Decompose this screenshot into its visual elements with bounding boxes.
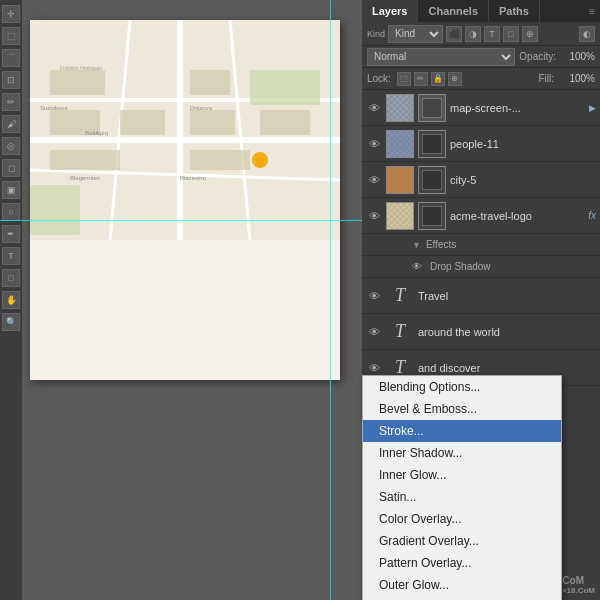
- filter-shape-btn[interactable]: □: [503, 26, 519, 42]
- layer-name: acme-travel-logo: [450, 210, 584, 222]
- lock-fill-row: Lock: ⬚ ✏ 🔒 ⊕ Fill: 100%: [362, 68, 600, 90]
- context-menu-item[interactable]: Inner Shadow...: [363, 442, 561, 464]
- canvas-document: Boáikpiq Blagenniso Biacevino Suziokova …: [30, 20, 340, 380]
- filter-smart-btn[interactable]: ⊕: [522, 26, 538, 42]
- zoom-tool[interactable]: 🔍: [2, 313, 20, 331]
- svg-text:Biacevino: Biacevino: [180, 175, 207, 181]
- tab-paths[interactable]: Paths: [489, 0, 540, 22]
- svg-text:Drtizova: Drtizova: [190, 105, 213, 111]
- tab-layers[interactable]: Layers: [362, 0, 418, 22]
- context-menu-item[interactable]: Blending Options...: [363, 376, 561, 398]
- layer-visibility-toggle[interactable]: 👁: [366, 100, 382, 116]
- svg-rect-13: [50, 150, 120, 170]
- fill-value: 100%: [560, 73, 595, 84]
- context-menu-item-stroke[interactable]: Stroke...: [363, 420, 561, 442]
- layer-thumbnail: [386, 130, 414, 158]
- layer-thumbnail: [386, 202, 414, 230]
- filter-bar: Kind Kind Name Effect ⬛ ◑ T □ ⊕ ◐: [362, 22, 600, 46]
- layer-thumbnail: [386, 94, 414, 122]
- filter-pixel-btn[interactable]: ⬛: [446, 26, 462, 42]
- crop-tool[interactable]: ⊡: [2, 71, 20, 89]
- brush-tool[interactable]: 🖌: [2, 115, 20, 133]
- filter-toggle-btn[interactable]: ◐: [579, 26, 595, 42]
- opacity-value: 100%: [560, 51, 595, 62]
- opacity-label: Opacity:: [519, 51, 556, 62]
- panel-tabs: Layers Channels Paths ≡: [362, 0, 600, 22]
- text-layer-icon: T: [386, 318, 414, 346]
- dodge-tool[interactable]: ○: [2, 203, 20, 221]
- layer-row[interactable]: 👁 acme-travel-logo fx: [362, 198, 600, 234]
- layer-row[interactable]: 👁 map-screen-... ▶: [362, 90, 600, 126]
- move-tool[interactable]: ✛: [2, 5, 20, 23]
- layer-name: map-screen-...: [450, 102, 585, 114]
- svg-rect-11: [190, 110, 235, 135]
- text-tool[interactable]: T: [2, 247, 20, 265]
- context-menu-item[interactable]: Outer Glow...: [363, 574, 561, 596]
- lasso-tool[interactable]: ⌒: [2, 49, 20, 67]
- context-menu-item[interactable]: Drop Shadow...: [363, 596, 561, 600]
- layer-visibility-toggle[interactable]: 👁: [366, 324, 382, 340]
- document-lower: [30, 240, 340, 380]
- layer-row[interactable]: 👁 T Travel: [362, 278, 600, 314]
- layer-visibility-toggle[interactable]: 👁: [366, 136, 382, 152]
- layer-name: Travel: [418, 290, 596, 302]
- context-menu-item[interactable]: Gradient Overlay...: [363, 530, 561, 552]
- layer-mask-thumbnail: [418, 202, 446, 230]
- blend-mode-select[interactable]: Normal Multiply Screen: [367, 48, 515, 66]
- lock-icons: ⬚ ✏ 🔒 ⊕: [397, 72, 462, 86]
- filter-type-btn[interactable]: T: [484, 26, 500, 42]
- shape-tool[interactable]: □: [2, 269, 20, 287]
- context-menu-item[interactable]: Inner Glow...: [363, 464, 561, 486]
- layer-mask-thumbnail: [418, 130, 446, 158]
- layer-row[interactable]: 👁 city-5: [362, 162, 600, 198]
- layer-visibility-toggle[interactable]: 👁: [366, 172, 382, 188]
- context-menu-item[interactable]: Satin...: [363, 486, 561, 508]
- eye-effects-icon[interactable]: 👁: [412, 261, 422, 272]
- lock-position-btn[interactable]: ✏: [414, 72, 428, 86]
- layer-visibility-toggle[interactable]: 👁: [366, 360, 382, 376]
- layer-visibility-toggle[interactable]: 👁: [366, 288, 382, 304]
- lock-all-btn[interactable]: 🔒: [431, 72, 445, 86]
- eyedropper-tool[interactable]: ✏: [2, 93, 20, 111]
- svg-text:Boáikpiq: Boáikpiq: [85, 130, 108, 136]
- svg-rect-14: [190, 150, 250, 170]
- lock-artboard-btn[interactable]: ⊕: [448, 72, 462, 86]
- layer-name: people-11: [450, 138, 596, 150]
- tab-channels[interactable]: Channels: [418, 0, 489, 22]
- svg-rect-16: [30, 185, 80, 235]
- context-menu-item[interactable]: Bevel & Emboss...: [363, 398, 561, 420]
- filter-kind-label: Kind: [367, 29, 385, 39]
- lock-pixels-btn[interactable]: ⬚: [397, 72, 411, 86]
- layer-thumbnail: [386, 166, 414, 194]
- layer-mask-thumbnail: [418, 166, 446, 194]
- context-menu-item[interactable]: Color Overlay...: [363, 508, 561, 530]
- layer-row[interactable]: 👁 people-11: [362, 126, 600, 162]
- layer-arrow: ▶: [589, 103, 596, 113]
- select-tool[interactable]: ⬚: [2, 27, 20, 45]
- blend-opacity-row: Normal Multiply Screen Opacity: 100%: [362, 46, 600, 68]
- expand-icon[interactable]: ▼: [412, 240, 421, 250]
- svg-rect-10: [190, 70, 230, 95]
- stamp-tool[interactable]: ◎: [2, 137, 20, 155]
- gradient-tool[interactable]: ▣: [2, 181, 20, 199]
- map-area: Boáikpiq Blagenniso Biacevino Suziokova …: [30, 20, 340, 240]
- layer-row[interactable]: 👁 T around the world: [362, 314, 600, 350]
- filter-adj-btn[interactable]: ◑: [465, 26, 481, 42]
- fill-label: Fill:: [538, 73, 554, 84]
- effects-label: Effects: [426, 239, 456, 250]
- pen-tool[interactable]: ✒: [2, 225, 20, 243]
- drop-shadow-row: 👁 Drop Shadow: [362, 256, 600, 278]
- filter-kind-select[interactable]: Kind Name Effect: [388, 25, 443, 43]
- layer-visibility-toggle[interactable]: 👁: [366, 208, 382, 224]
- eraser-tool[interactable]: ◻: [2, 159, 20, 177]
- svg-text:Blagenniso: Blagenniso: [70, 175, 100, 181]
- panel-close-btn[interactable]: ≡: [589, 6, 600, 17]
- svg-rect-9: [50, 70, 105, 95]
- guide-horizontal: [0, 220, 362, 221]
- context-menu: Blending Options... Bevel & Emboss... St…: [362, 375, 562, 600]
- effects-group-row: ▼ Effects: [362, 234, 600, 256]
- drop-shadow-label: Drop Shadow: [430, 261, 491, 272]
- hand-tool[interactable]: ✋: [2, 291, 20, 309]
- context-menu-item[interactable]: Pattern Overlay...: [363, 552, 561, 574]
- layer-name: around the world: [418, 326, 596, 338]
